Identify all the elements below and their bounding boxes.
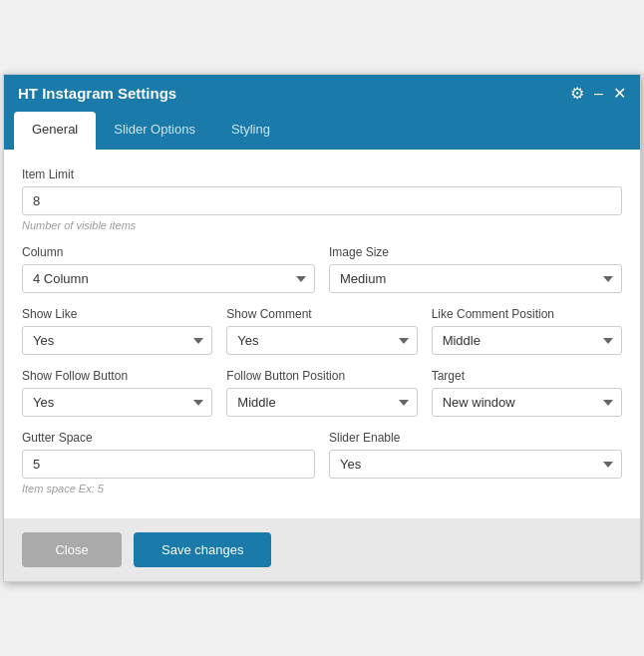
gutter-slider-row: Gutter Space Item space Ex: 5 Slider Ena… bbox=[22, 431, 622, 494]
slider-enable-label: Slider Enable bbox=[329, 431, 622, 445]
tab-styling[interactable]: Styling bbox=[213, 112, 288, 150]
image-size-label: Image Size bbox=[329, 245, 622, 259]
image-size-group: Image Size Medium Thumbnail Small Large … bbox=[329, 245, 622, 293]
column-label: Column bbox=[22, 245, 315, 259]
column-select[interactable]: 4 Column 1 Column 2 Column 3 Column 5 Co… bbox=[22, 264, 315, 293]
like-comment-position-group: Like Comment Position Middle Top Bottom bbox=[432, 307, 622, 355]
show-comment-group: Show Comment Yes No bbox=[226, 307, 417, 355]
gutter-space-input[interactable] bbox=[22, 450, 315, 479]
show-comment-select[interactable]: Yes No bbox=[226, 326, 417, 355]
follow-target-row: Show Follow Button Yes No Follow Button … bbox=[22, 369, 622, 417]
title-bar: HT Instagram Settings ⚙ – ✕ bbox=[4, 75, 640, 112]
item-limit-label: Item Limit bbox=[22, 167, 622, 181]
like-comment-row: Show Like Yes No Show Comment Yes No Lik… bbox=[22, 307, 622, 355]
show-follow-button-select[interactable]: Yes No bbox=[22, 388, 212, 417]
show-comment-label: Show Comment bbox=[226, 307, 417, 321]
follow-button-position-group: Follow Button Position Middle Top Bottom bbox=[226, 369, 417, 417]
show-follow-button-group: Show Follow Button Yes No bbox=[22, 369, 212, 417]
item-limit-group: Item Limit Number of visible items bbox=[22, 167, 622, 231]
slider-enable-select[interactable]: Yes No bbox=[329, 450, 622, 479]
like-comment-position-select[interactable]: Middle Top Bottom bbox=[432, 326, 622, 355]
follow-button-position-select[interactable]: Middle Top Bottom bbox=[226, 388, 417, 417]
gutter-space-label: Gutter Space bbox=[22, 431, 315, 445]
show-follow-button-label: Show Follow Button bbox=[22, 369, 212, 383]
show-like-select[interactable]: Yes No bbox=[22, 326, 212, 355]
target-label: Target bbox=[432, 369, 622, 383]
column-imagesize-row: Column 4 Column 1 Column 2 Column 3 Colu… bbox=[22, 245, 622, 293]
close-icon[interactable]: ✕ bbox=[613, 86, 626, 102]
item-limit-input[interactable] bbox=[22, 186, 622, 215]
image-size-select[interactable]: Medium Thumbnail Small Large Full bbox=[329, 264, 622, 293]
show-like-label: Show Like bbox=[22, 307, 212, 321]
close-button[interactable]: Close bbox=[22, 532, 122, 567]
gutter-space-hint: Item space Ex: 5 bbox=[22, 483, 315, 494]
gutter-space-group: Gutter Space Item space Ex: 5 bbox=[22, 431, 315, 494]
target-select[interactable]: New window Same window bbox=[432, 388, 622, 417]
minimize-icon[interactable]: – bbox=[594, 86, 603, 102]
item-limit-hint: Number of visible items bbox=[22, 219, 622, 231]
show-like-group: Show Like Yes No bbox=[22, 307, 212, 355]
like-comment-position-label: Like Comment Position bbox=[432, 307, 622, 321]
window-title: HT Instagram Settings bbox=[18, 85, 176, 102]
content-area: Item Limit Number of visible items Colum… bbox=[4, 150, 640, 518]
tab-slider-options[interactable]: Slider Options bbox=[96, 112, 213, 150]
target-group: Target New window Same window bbox=[432, 369, 622, 417]
save-button[interactable]: Save changes bbox=[134, 532, 271, 567]
slider-enable-group: Slider Enable Yes No bbox=[329, 431, 622, 494]
main-window: HT Instagram Settings ⚙ – ✕ General Slid… bbox=[3, 74, 641, 582]
settings-icon[interactable]: ⚙ bbox=[570, 86, 584, 102]
title-bar-controls: ⚙ – ✕ bbox=[570, 86, 626, 102]
footer: Close Save changes bbox=[4, 518, 640, 581]
tab-general[interactable]: General bbox=[14, 112, 96, 150]
column-group: Column 4 Column 1 Column 2 Column 3 Colu… bbox=[22, 245, 315, 293]
tab-bar: General Slider Options Styling bbox=[4, 112, 640, 150]
follow-button-position-label: Follow Button Position bbox=[226, 369, 417, 383]
